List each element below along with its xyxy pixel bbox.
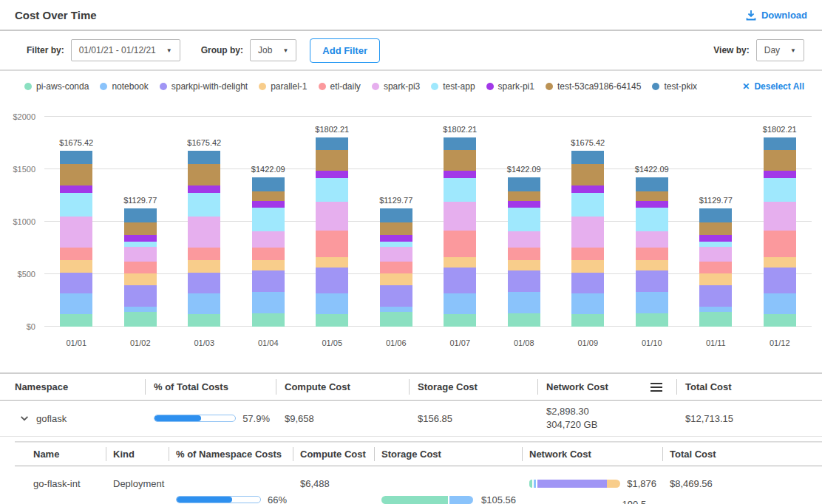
bar-segment-sparkpi-with-delight[interactable] — [60, 273, 92, 293]
add-filter-button[interactable]: Add Filter — [310, 38, 380, 63]
bar-segment-spark-pi3[interactable] — [699, 247, 732, 262]
bar-segment-test-53ca9186-64145[interactable] — [252, 191, 285, 201]
stacked-bar-01/11[interactable] — [699, 208, 732, 327]
bar-segment-etl-daily[interactable] — [508, 248, 540, 260]
bar-segment-spark-pi1[interactable] — [252, 201, 285, 208]
date-range-select[interactable]: 01/01/21 - 01/12/21 ▼ — [71, 39, 180, 61]
bar-segment-pi-aws-conda[interactable] — [636, 313, 668, 327]
legend-item-spark-pi1[interactable]: spark-pi1 — [486, 81, 534, 92]
bar-segment-spark-pi3[interactable] — [508, 231, 540, 247]
bar-segment-parallel-1[interactable] — [764, 257, 796, 267]
bar-segment-etl-daily[interactable] — [316, 231, 348, 257]
column-header-network-cost[interactable]: Network Cost — [537, 374, 676, 400]
bar-segment-test-pkix[interactable] — [508, 177, 540, 191]
column-header-storage-cost[interactable]: Storage Cost — [409, 374, 537, 400]
bar-segment-pi-aws-conda[interactable] — [60, 314, 92, 327]
column-header-name[interactable]: Name — [15, 443, 106, 466]
legend-item-sparkpi-with-delight[interactable]: sparkpi-with-delight — [160, 81, 248, 92]
bar-segment-spark-pi3[interactable] — [444, 202, 476, 231]
bar-segment-test-pkix[interactable] — [636, 177, 668, 191]
bar-segment-spark-pi1[interactable] — [124, 235, 157, 242]
bar-segment-sparkpi-with-delight[interactable] — [636, 270, 668, 293]
bar-segment-pi-aws-conda[interactable] — [508, 313, 540, 327]
bar-segment-test-53ca9186-64145[interactable] — [188, 164, 220, 186]
legend-item-etl-daily[interactable]: etl-daily — [319, 81, 361, 92]
bar-segment-spark-pi1[interactable] — [508, 201, 540, 208]
bar-segment-etl-daily[interactable] — [636, 248, 668, 260]
bar-segment-test-app[interactable] — [188, 193, 220, 217]
bar-segment-test-pkix[interactable] — [316, 137, 348, 150]
bar-segment-parallel-1[interactable] — [188, 260, 220, 273]
bar-segment-spark-pi1[interactable] — [444, 171, 476, 178]
bar-segment-pi-aws-conda[interactable] — [764, 314, 796, 327]
bar-segment-sparkpi-with-delight[interactable] — [508, 270, 540, 293]
column-menu-icon[interactable] — [650, 382, 663, 392]
group-by-select[interactable]: Job ▼ — [250, 39, 296, 61]
bar-segment-etl-daily[interactable] — [380, 262, 412, 273]
column-header-compute-cost[interactable]: Compute Cost — [276, 374, 409, 400]
bar-segment-test-app[interactable] — [444, 178, 476, 202]
bar-segment-test-app[interactable] — [571, 193, 604, 217]
column-header-storage-cost[interactable]: Storage Cost — [374, 443, 522, 466]
bar-segment-notebook[interactable] — [188, 293, 220, 314]
bar-segment-test-53ca9186-64145[interactable] — [60, 164, 92, 186]
bar-segment-parallel-1[interactable] — [252, 260, 285, 270]
bar-segment-etl-daily[interactable] — [188, 248, 220, 260]
view-by-select[interactable]: Day ▼ — [756, 39, 804, 61]
bar-segment-test-53ca9186-64145[interactable] — [444, 150, 476, 171]
bar-segment-pi-aws-conda[interactable] — [444, 314, 476, 327]
deselect-all-button[interactable]: ✕ Deselect All — [742, 81, 804, 92]
bar-segment-etl-daily[interactable] — [124, 262, 157, 273]
bar-segment-spark-pi1[interactable] — [60, 185, 92, 193]
bar-segment-test-pkix[interactable] — [699, 208, 732, 223]
stacked-bar-01/04[interactable] — [252, 177, 285, 327]
download-button[interactable]: Download — [745, 9, 807, 21]
bar-segment-spark-pi1[interactable] — [316, 171, 348, 178]
stacked-bar-01/07[interactable] — [444, 137, 476, 327]
bar-segment-parallel-1[interactable] — [444, 257, 476, 267]
bar-segment-spark-pi1[interactable] — [764, 171, 796, 178]
bar-segment-test-app[interactable] — [316, 178, 348, 202]
bar-segment-spark-pi3[interactable] — [124, 247, 157, 262]
column-header-total-cost[interactable]: Total Cost — [676, 374, 822, 400]
bar-segment-notebook[interactable] — [380, 307, 412, 312]
bar-segment-sparkpi-with-delight[interactable] — [252, 270, 285, 293]
bar-segment-parallel-1[interactable] — [571, 260, 604, 273]
bar-segment-sparkpi-with-delight[interactable] — [699, 285, 732, 307]
bar-segment-spark-pi1[interactable] — [636, 201, 668, 208]
column-header-network-cost[interactable]: Network Cost — [522, 443, 662, 466]
column-header-kind[interactable]: Kind — [106, 443, 169, 466]
stacked-bar-01/02[interactable] — [124, 208, 157, 327]
bar-segment-test-53ca9186-64145[interactable] — [380, 222, 412, 234]
bar-segment-pi-aws-conda[interactable] — [699, 312, 732, 327]
bar-segment-notebook[interactable] — [699, 307, 732, 312]
bar-segment-test-pkix[interactable] — [764, 137, 796, 150]
bar-segment-etl-daily[interactable] — [60, 248, 92, 260]
bar-segment-pi-aws-conda[interactable] — [571, 314, 604, 327]
bar-segment-test-pkix[interactable] — [252, 177, 285, 191]
bar-segment-notebook[interactable] — [764, 293, 796, 314]
bar-segment-etl-daily[interactable] — [252, 248, 285, 260]
bar-segment-test-app[interactable] — [252, 208, 285, 231]
bar-segment-etl-daily[interactable] — [444, 231, 476, 257]
bar-segment-sparkpi-with-delight[interactable] — [316, 268, 348, 293]
bar-segment-sparkpi-with-delight[interactable] — [444, 268, 476, 293]
legend-item-notebook[interactable]: notebook — [100, 81, 148, 92]
bar-segment-spark-pi3[interactable] — [764, 202, 796, 231]
bar-segment-spark-pi3[interactable] — [316, 202, 348, 231]
bar-segment-parallel-1[interactable] — [699, 273, 732, 285]
bar-segment-test-pkix[interactable] — [571, 151, 604, 163]
bar-segment-test-53ca9186-64145[interactable] — [699, 222, 732, 234]
bar-segment-pi-aws-conda[interactable] — [252, 313, 285, 327]
bar-segment-sparkpi-with-delight[interactable] — [380, 285, 412, 307]
bar-segment-pi-aws-conda[interactable] — [380, 312, 412, 327]
bar-segment-sparkpi-with-delight[interactable] — [188, 273, 220, 293]
column-header-total-cost[interactable]: Total Cost — [662, 443, 822, 466]
bar-segment-spark-pi3[interactable] — [380, 247, 412, 262]
bar-segment-test-53ca9186-64145[interactable] — [571, 164, 604, 186]
bar-segment-spark-pi3[interactable] — [60, 217, 92, 248]
bar-segment-test-app[interactable] — [699, 242, 732, 247]
bar-segment-test-53ca9186-64145[interactable] — [316, 150, 348, 171]
bar-segment-test-pkix[interactable] — [60, 151, 92, 163]
bar-segment-parallel-1[interactable] — [636, 260, 668, 270]
